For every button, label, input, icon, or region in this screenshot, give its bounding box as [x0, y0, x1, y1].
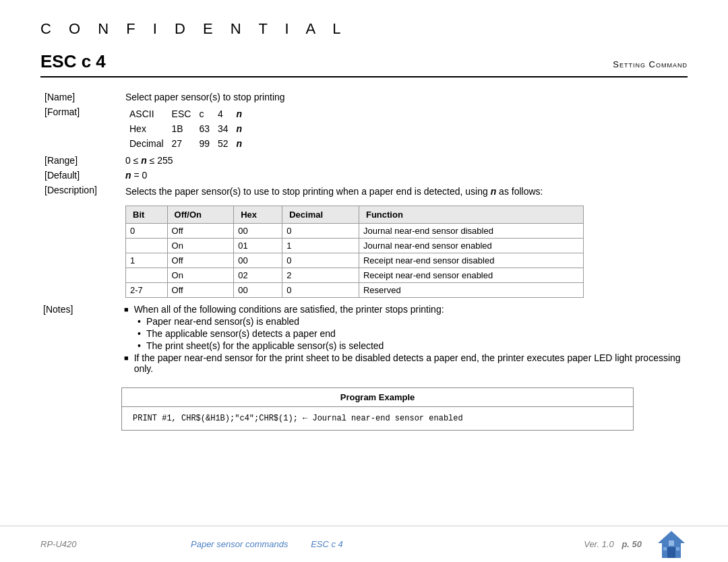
cell-offon-1a: On	[167, 239, 234, 253]
name-label: [Name]	[40, 90, 121, 104]
cell-function-27: Reserved	[359, 283, 583, 298]
cell-decimal-1b: 0	[282, 253, 359, 268]
col-header-bit: Bit	[126, 206, 168, 224]
format-decimal-99: 99	[195, 136, 214, 151]
format-hex-1b: 1B	[168, 121, 195, 136]
cell-hex-1a: 01	[234, 239, 282, 253]
footer-section-name: Paper sensor commands	[191, 539, 289, 549]
col-header-function: Function	[359, 206, 583, 224]
cell-function-1b: Receipt near-end sensor disabled	[359, 253, 583, 268]
confidential-header: C O N F I D E N T I A L	[40, 20, 688, 38]
bit-table: Bit Off/On Hex Decimal Function 0 Off 00	[125, 206, 584, 298]
footer-section: Paper sensor commands ESC c 4	[191, 539, 491, 549]
table-header-row: Bit Off/On Hex Decimal Function	[126, 206, 584, 224]
format-ascii-4: 4	[214, 106, 233, 121]
format-decimal-n: n	[233, 136, 247, 151]
range-value: 0 ≤ n ≤ 255	[121, 153, 688, 168]
cell-function-2: Receipt near-end sensor enabled	[359, 268, 583, 283]
table-row: On 01 1 Journal near-end sensor enabled	[126, 239, 584, 253]
table-row: 1 Off 00 0 Receipt near-end sensor disab…	[126, 253, 584, 268]
content-table: [Name] Select paper sensor(s) to stop pr…	[40, 90, 688, 300]
notes-sub-item-1-text: Paper near-end sensor(s) is enabled	[146, 316, 299, 327]
notes-list: When all of the following conditions are…	[124, 304, 685, 374]
cell-bit-2	[126, 268, 168, 283]
footer-version: Ver. 1.0 p. 50	[491, 539, 642, 549]
table-row: On 02 2 Receipt near-end sensor enabled	[126, 268, 584, 283]
format-row: [Format] ASCII ESC c 4 n Hex 1B 63 34	[40, 104, 688, 153]
format-ascii-c: c	[195, 106, 214, 121]
cell-offon-2: On	[167, 268, 234, 283]
program-example-title: Program Example	[122, 388, 633, 407]
svg-rect-3	[663, 547, 667, 551]
cell-bit-0: 0	[126, 224, 168, 239]
format-ascii-esc: ESC	[168, 106, 195, 121]
range-row: [Range] 0 ≤ n ≤ 255	[40, 153, 688, 168]
format-content: ASCII ESC c 4 n Hex 1B 63 34 n Decim	[121, 104, 688, 153]
page-footer: RP-U420 Paper sensor commands ESC c 4 Ve…	[0, 526, 728, 562]
cell-hex-0: 00	[234, 224, 282, 239]
notes-sub-item-2-text: The applicable sensor(s) detects a paper…	[146, 328, 336, 339]
notes-sub-item-2: The applicable sensor(s) detects a paper…	[138, 328, 685, 339]
description-text: Selects the paper sensor(s) to use to st…	[125, 185, 684, 199]
col-header-offon: Off/On	[167, 206, 234, 224]
footer-model: RP-U420	[40, 539, 191, 549]
notes-item-2: If the paper near-end sensor for the pri…	[124, 352, 685, 374]
command-title: ESC c 4	[40, 51, 106, 72]
notes-section: [Notes] When all of the following condit…	[40, 303, 688, 377]
cell-decimal-1a: 1	[282, 239, 359, 253]
cell-offon-27: Off	[167, 283, 234, 298]
name-value: Select paper sensor(s) to stop printing	[121, 90, 688, 104]
format-hex-63: 63	[195, 121, 214, 136]
home-icon[interactable]	[655, 528, 688, 561]
footer-section-command: ESC c 4	[311, 539, 343, 549]
command-title-row: ESC c 4 Setting Command	[40, 51, 688, 77]
format-label: [Format]	[40, 104, 121, 153]
cell-offon-1b: Off	[167, 253, 234, 268]
format-sub-table: ASCII ESC c 4 n Hex 1B 63 34 n Decim	[125, 106, 246, 151]
program-example-code: PRINT #1, CHR$(&H1B);"c4";CHR$(1); ← Jou…	[122, 407, 633, 430]
col-header-hex: Hex	[234, 206, 282, 224]
cell-function-1a: Journal near-end sensor enabled	[359, 239, 583, 253]
cell-bit-1b: 1	[126, 253, 168, 268]
svg-rect-5	[669, 540, 674, 546]
cell-hex-1b: 00	[234, 253, 282, 268]
cell-decimal-27: 0	[282, 283, 359, 298]
setting-command-label: Setting Command	[613, 59, 688, 69]
default-value: n = 0	[121, 168, 688, 183]
notes-item-2-text: If the paper near-end sensor for the pri…	[134, 352, 685, 374]
cell-decimal-2: 2	[282, 268, 359, 283]
cell-hex-27: 00	[234, 283, 282, 298]
cell-function-0: Journal near-end sensor disabled	[359, 224, 583, 239]
cell-bit-1a	[126, 239, 168, 253]
notes-content: When all of the following conditions are…	[121, 303, 688, 377]
table-row: 0 Off 00 0 Journal near-end sensor disab…	[126, 224, 584, 239]
notes-sub-item-1: Paper near-end sensor(s) is enabled	[138, 316, 685, 327]
notes-sub-item-3: The print sheet(s) for the applicable se…	[138, 340, 685, 351]
svg-rect-4	[676, 547, 679, 551]
notes-sub-item-3-text: The print sheet(s) for the applicable se…	[146, 340, 384, 351]
notes-item-1: When all of the following conditions are…	[124, 304, 685, 315]
format-ascii-row: ASCII ESC c 4 n	[125, 106, 246, 121]
format-hex-34: 34	[214, 121, 233, 136]
format-hex-n: n	[233, 121, 247, 136]
default-label: [Default]	[40, 168, 121, 183]
cell-offon-0: Off	[167, 224, 234, 239]
table-row: 2-7 Off 00 0 Reserved	[126, 283, 584, 298]
col-header-decimal: Decimal	[282, 206, 359, 224]
footer-page: p. 50	[621, 539, 642, 549]
description-label: [Description]	[40, 183, 121, 300]
program-example-box: Program Example PRINT #1, CHR$(&H1B);"c4…	[121, 387, 634, 431]
format-type-hex: Hex	[125, 121, 168, 136]
footer-ver: Ver. 1.0	[584, 539, 614, 549]
format-hex-row: Hex 1B 63 34 n	[125, 121, 246, 136]
range-label: [Range]	[40, 153, 121, 168]
format-type-decimal: Decimal	[125, 136, 168, 151]
cell-bit-27: 2-7	[126, 283, 168, 298]
format-type-ascii: ASCII	[125, 106, 168, 121]
cell-hex-2: 02	[234, 268, 282, 283]
notes-item-1-text: When all of the following conditions are…	[134, 304, 444, 315]
description-content: Selects the paper sensor(s) to use to st…	[121, 183, 688, 300]
description-row: [Description] Selects the paper sensor(s…	[40, 183, 688, 300]
format-decimal-row: Decimal 27 99 52 n	[125, 136, 246, 151]
notes-label: [Notes]	[40, 303, 121, 377]
